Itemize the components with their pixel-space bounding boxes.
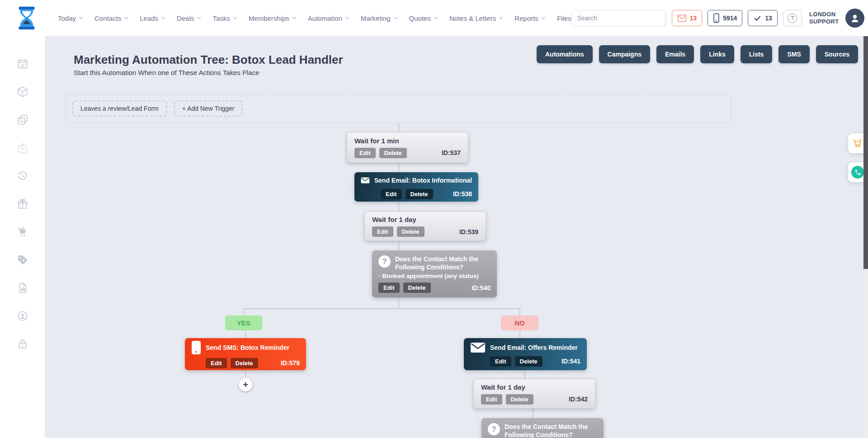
chevron-down-icon xyxy=(292,15,296,19)
sidebar-item-gifts[interactable] xyxy=(16,198,29,210)
nav-item-memberships[interactable]: Memberships xyxy=(249,14,296,22)
help-button[interactable]: ? xyxy=(783,10,802,26)
nav-item-notes-letters[interactable]: Notes & Letters xyxy=(449,14,502,22)
left-sidebar: 12 xyxy=(0,36,45,438)
nav-item-leads[interactable]: Leads xyxy=(140,14,165,22)
node-title: Wait for 1 day xyxy=(481,383,588,391)
messages-count: 13 xyxy=(690,14,697,22)
sidebar-item-pricing[interactable]: S xyxy=(16,254,29,266)
node-id: ID:540 xyxy=(472,284,491,292)
price-tag-icon: S xyxy=(17,254,28,266)
trigger-leaves-review-button[interactable]: Leaves a review/Lead Form xyxy=(72,100,167,117)
nav-item-quotes[interactable]: Quotes xyxy=(409,14,437,22)
calls-badge[interactable]: 5914 xyxy=(708,10,742,26)
history-icon xyxy=(17,170,28,182)
chevron-down-icon xyxy=(499,15,503,19)
sidebar-item-calendar[interactable]: 12 xyxy=(16,58,29,70)
calendar-icon: 12 xyxy=(17,58,28,70)
search-icon xyxy=(665,14,666,23)
nav-item-tasks[interactable]: Tasks xyxy=(212,14,236,22)
edit-button[interactable]: Edit xyxy=(372,226,393,237)
sidebar-item-history[interactable] xyxy=(16,170,29,182)
scrollbar-thumb[interactable] xyxy=(863,36,868,269)
connector xyxy=(398,202,399,212)
node-condition-partial: ? Does the Contact Match the Following C… xyxy=(481,418,604,438)
question-icon: ? xyxy=(788,14,797,23)
search-input[interactable] xyxy=(572,14,665,22)
smartphone-icon xyxy=(713,13,720,23)
sidebar-item-reports[interactable] xyxy=(16,282,29,294)
delete-button[interactable]: Delete xyxy=(406,189,433,199)
edit-button[interactable]: Edit xyxy=(354,148,376,158)
condition-criteria: - Booked appointment (any status) xyxy=(378,273,491,279)
user-name: LONDON SUPPORT xyxy=(809,11,839,25)
chevron-down-icon xyxy=(345,15,349,19)
tasks-badge[interactable]: 13 xyxy=(748,10,778,26)
delete-button[interactable]: Delete xyxy=(515,356,542,367)
edit-button[interactable]: Edit xyxy=(490,356,511,367)
add-new-trigger-button[interactable]: + Add New Trigger xyxy=(174,100,243,117)
sidebar-item-account[interactable] xyxy=(16,310,29,322)
node-id: ID:537 xyxy=(442,149,461,156)
phone-icon xyxy=(851,166,864,179)
sidebar-item-security[interactable] xyxy=(16,338,29,350)
account-icon xyxy=(17,310,28,322)
cart-icon xyxy=(17,226,28,238)
connector xyxy=(398,241,399,250)
node-title: Does the Contact Match the Following Con… xyxy=(395,255,488,271)
messages-badge[interactable]: 13 xyxy=(672,10,703,26)
chevron-down-icon xyxy=(233,15,237,19)
node-wait-542: Wait for 1 day Edit Delete ID:542 xyxy=(473,379,595,409)
nav-item-deals[interactable]: Deals xyxy=(177,14,200,22)
nav-item-marketing[interactable]: Marketing xyxy=(361,14,397,22)
chevron-down-icon xyxy=(542,15,545,19)
delete-button[interactable]: Delete xyxy=(231,358,258,368)
nav-item-files[interactable]: Files xyxy=(557,14,571,22)
top-navbar: Today Contacts Leads Deals Tasks Members… xyxy=(0,0,868,36)
svg-text:12: 12 xyxy=(20,63,25,68)
node-title: Wait for 1 day xyxy=(372,216,478,223)
edit-button[interactable]: Edit xyxy=(378,283,400,293)
add-step-button[interactable]: + xyxy=(239,378,252,391)
sidebar-item-cart[interactable] xyxy=(16,226,29,238)
branch-yes-badge: YES xyxy=(225,316,262,330)
node-title: Wait for 1 min xyxy=(354,137,461,145)
automation-canvas: Leaves a review/Lead Form + Add New Trig… xyxy=(45,36,868,438)
connector xyxy=(245,330,246,338)
chevron-down-icon xyxy=(161,15,165,19)
nav-item-contacts[interactable]: Contacts xyxy=(94,14,127,22)
node-id: ID:539 xyxy=(459,228,478,235)
branch-connector xyxy=(243,308,520,309)
edit-button[interactable]: Edit xyxy=(481,394,502,405)
edit-button[interactable]: Edit xyxy=(206,358,227,368)
check-icon xyxy=(753,14,762,22)
delete-button[interactable]: Delete xyxy=(397,226,425,237)
gift-icon xyxy=(17,198,28,210)
calls-count: 5914 xyxy=(723,14,737,22)
bag-download-icon xyxy=(17,142,28,154)
sidebar-item-packages[interactable] xyxy=(16,86,29,98)
delete-button[interactable]: Delete xyxy=(403,283,431,293)
search-box xyxy=(571,10,666,26)
envelope-icon xyxy=(677,14,687,22)
delete-button[interactable]: Delete xyxy=(379,148,407,158)
connector xyxy=(519,308,520,316)
nav-item-reports[interactable]: Reports xyxy=(514,14,545,22)
hourglass-logo xyxy=(13,4,41,33)
node-email-538: Send Email: Botox Informational Edit Del… xyxy=(354,172,478,202)
connector xyxy=(524,370,525,379)
node-id: ID:538 xyxy=(453,190,472,198)
chevron-down-icon xyxy=(79,15,83,19)
sidebar-item-orders[interactable] xyxy=(16,142,29,154)
edit-button[interactable]: Edit xyxy=(381,189,402,199)
node-id: ID:579 xyxy=(281,359,300,367)
tasks-count: 13 xyxy=(765,14,772,22)
sidebar-item-duplicates[interactable] xyxy=(16,114,29,126)
node-sms-579: Send SMS: Botox Reminder Edit Delete ID:… xyxy=(185,338,306,370)
delete-button[interactable]: Delete xyxy=(506,394,533,405)
copy-icon xyxy=(17,114,28,126)
nav-item-automation[interactable]: Automation xyxy=(308,14,349,22)
nav-item-today[interactable]: Today xyxy=(58,14,82,22)
search-button[interactable] xyxy=(665,10,666,26)
avatar[interactable] xyxy=(845,9,864,28)
